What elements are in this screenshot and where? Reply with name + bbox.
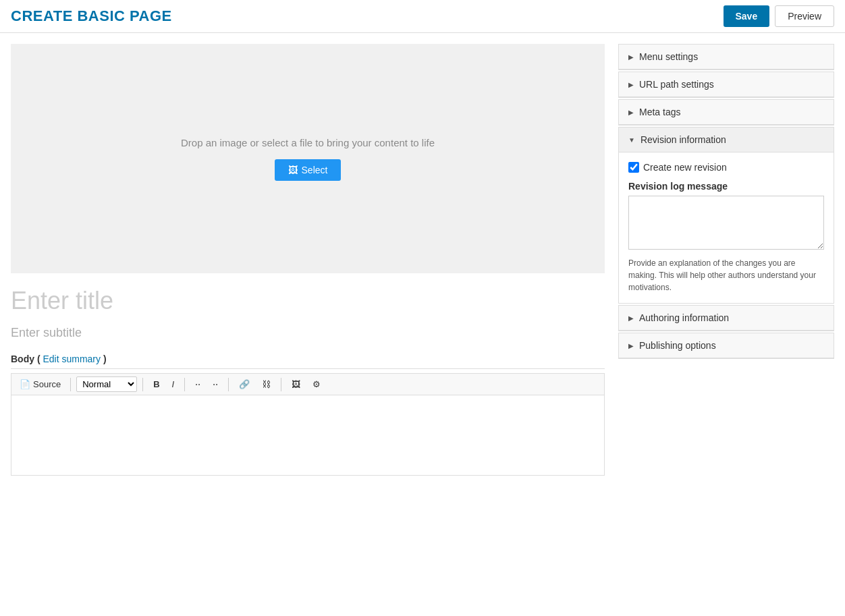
title-input[interactable] [11, 284, 605, 318]
editor-toolbar: 📄 Source Normal Heading 1 Heading 2 Head… [11, 373, 605, 395]
unlink-button[interactable]: ⛓ [257, 376, 275, 392]
link-button[interactable]: 🔗 [234, 376, 254, 392]
ordered-list-button[interactable]: ⋅⋅ [190, 376, 205, 392]
panel-revision-information-label: Revision information [640, 134, 726, 145]
panel-publishing-options-header[interactable]: Publishing options [619, 333, 834, 358]
panel-url-path-settings-label: URL path settings [639, 79, 714, 90]
edit-summary-link[interactable]: Edit summary [43, 354, 101, 364]
header-buttons: Save Preview [724, 5, 835, 27]
insert-image-button[interactable]: 🖼 [287, 376, 305, 392]
bold-button[interactable]: B [148, 376, 164, 392]
revision-log-label: Revision log message [628, 181, 824, 192]
image-icon: 🖼 [288, 165, 298, 175]
panel-meta-tags-header[interactable]: Meta tags [619, 100, 834, 125]
body-label: Body ( Edit summary ) [11, 354, 605, 369]
panel-menu-settings-header[interactable]: Menu settings [619, 45, 834, 69]
settings-button[interactable]: ⚙ [308, 376, 325, 392]
panel-meta-tags: Meta tags [618, 99, 834, 125]
sidebar: Menu settings URL path settings Meta tag… [618, 44, 834, 360]
main-layout: Drop an image or select a file to bring … [0, 33, 845, 486]
chevron-publishing [628, 342, 634, 349]
select-label: Select [302, 165, 328, 175]
panel-authoring-information-label: Authoring information [639, 312, 729, 323]
panel-authoring-information: Authoring information [618, 305, 834, 331]
chevron-authoring [628, 314, 634, 322]
select-file-button[interactable]: 🖼 Select [275, 159, 342, 181]
source-icon: 📄 [20, 379, 30, 389]
create-new-revision-label: Create new revision [643, 162, 727, 173]
panel-menu-settings-label: Menu settings [639, 51, 698, 62]
italic-button[interactable]: I [167, 376, 180, 392]
preview-button[interactable]: Preview [775, 5, 834, 27]
image-drop-zone: Drop an image or select a file to bring … [11, 44, 605, 273]
panel-publishing-options: Publishing options [618, 333, 834, 359]
panel-revision-body: Create new revision Revision log message… [619, 152, 834, 303]
page-header: CREATE BASIC PAGE Save Preview [0, 0, 845, 33]
panel-revision-information-header[interactable]: Revision information [619, 128, 834, 152]
content-area: Drop an image or select a file to bring … [11, 44, 605, 476]
body-label-text: Body [11, 354, 34, 364]
subtitle-input[interactable] [11, 323, 605, 343]
panel-menu-settings: Menu settings [618, 44, 834, 70]
unordered-list-button[interactable]: ⋅⋅ [208, 376, 223, 392]
revision-help-text: Provide an explanation of the changes yo… [628, 257, 824, 293]
panel-authoring-information-header[interactable]: Authoring information [619, 306, 834, 331]
create-new-revision-checkbox[interactable] [628, 162, 639, 173]
revision-log-textarea[interactable] [628, 196, 824, 250]
page-title: CREATE BASIC PAGE [11, 7, 172, 25]
body-open-paren: ( [37, 354, 40, 364]
panel-publishing-options-label: Publishing options [639, 340, 716, 351]
chevron-meta-tags [628, 109, 634, 116]
toolbar-divider-2 [142, 378, 143, 391]
save-button[interactable]: Save [724, 5, 770, 27]
editor-area[interactable] [11, 395, 605, 476]
drop-text: Drop an image or select a file to bring … [181, 137, 435, 148]
panel-url-path-settings: URL path settings [618, 72, 834, 98]
body-close-paren: ) [103, 354, 107, 364]
panel-meta-tags-label: Meta tags [639, 107, 680, 117]
chevron-url-path [628, 81, 634, 88]
source-label: Source [33, 379, 61, 389]
chevron-revision [628, 136, 635, 144]
format-select[interactable]: Normal Heading 1 Heading 2 Heading 3 Hea… [76, 376, 137, 392]
toolbar-divider-1 [70, 378, 71, 391]
source-button[interactable]: 📄 Source [16, 377, 65, 391]
toolbar-divider-4 [228, 378, 229, 391]
chevron-menu-settings [628, 53, 634, 61]
panel-url-path-settings-header[interactable]: URL path settings [619, 72, 834, 97]
toolbar-divider-3 [184, 378, 185, 391]
toolbar-divider-5 [281, 378, 281, 391]
panel-revision-information: Revision information Create new revision… [618, 127, 834, 304]
create-new-revision-row: Create new revision [628, 162, 824, 173]
